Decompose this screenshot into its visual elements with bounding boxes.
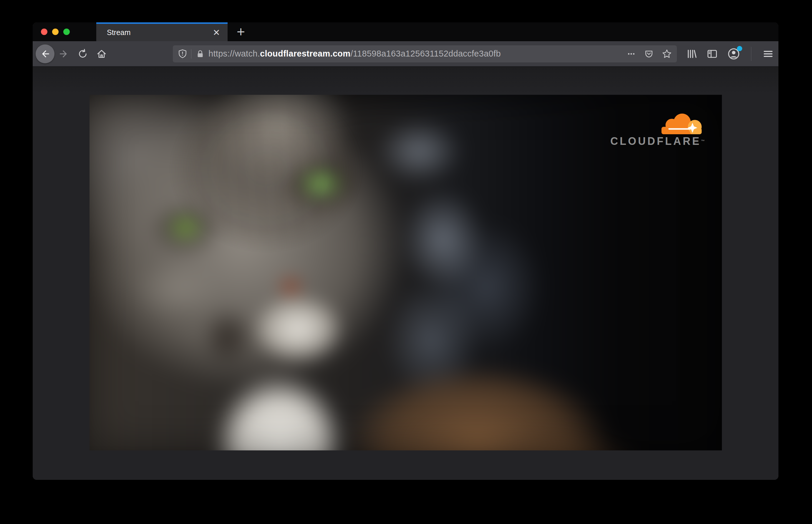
trademark-symbol: ™ <box>701 139 705 143</box>
tab-strip: Stream ✕ + <box>33 22 778 41</box>
account-button[interactable] <box>727 47 741 61</box>
traffic-lights <box>41 22 70 41</box>
back-button[interactable] <box>36 45 54 63</box>
url-domain: cloudflarestream.com <box>260 49 350 58</box>
tab-title: Stream <box>107 28 211 37</box>
zoom-window-button[interactable] <box>63 29 70 35</box>
url-scheme: https://watch. <box>209 49 260 58</box>
sidebar-toggle-icon[interactable] <box>706 48 718 60</box>
tab-close-icon[interactable]: ✕ <box>211 27 222 38</box>
account-notification-dot <box>737 46 742 51</box>
cat-fur-stripes <box>90 95 722 451</box>
bookmark-star-icon[interactable] <box>662 49 672 59</box>
cloudflare-wordmark: CLOUDFLARE™ <box>610 136 705 147</box>
new-tab-button[interactable]: + <box>230 22 251 41</box>
page-content: CLOUDFLARE™ <box>33 67 778 480</box>
url-path: /118598a163a125631152ddaccfe3a0fb <box>350 49 501 58</box>
urlbar-actions <box>626 49 672 59</box>
reload-button[interactable] <box>73 45 92 63</box>
library-icon[interactable] <box>686 48 697 60</box>
pocket-icon[interactable] <box>644 49 654 59</box>
minimize-window-button[interactable] <box>52 29 59 35</box>
reload-icon <box>78 49 88 59</box>
home-button[interactable] <box>92 45 111 63</box>
urlbar-divider <box>191 49 191 59</box>
cloudflare-cloud-icon <box>658 112 705 135</box>
close-window-button[interactable] <box>41 29 47 35</box>
forward-button[interactable] <box>54 45 73 63</box>
menu-hamburger-icon[interactable] <box>762 48 774 60</box>
cloudflare-logo: CLOUDFLARE™ <box>610 112 705 147</box>
tab-stream[interactable]: Stream ✕ <box>96 22 228 41</box>
url-text: https://watch.cloudflarestream.com/11859… <box>209 49 621 59</box>
home-icon <box>96 48 107 60</box>
lock-icon[interactable] <box>195 49 205 59</box>
url-bar[interactable]: https://watch.cloudflarestream.com/11859… <box>173 45 677 62</box>
tracking-protection-shield-icon[interactable] <box>178 49 188 59</box>
back-arrow-icon <box>40 49 50 59</box>
page-actions-icon[interactable] <box>626 49 636 59</box>
toolbar-right-icons <box>686 47 774 61</box>
browser-window: Stream ✕ + <box>33 22 778 480</box>
video-frame-cat <box>90 95 722 451</box>
video-player[interactable]: CLOUDFLARE™ <box>90 95 722 451</box>
toolbar-separator <box>751 47 751 61</box>
nav-toolbar: https://watch.cloudflarestream.com/11859… <box>33 41 778 67</box>
forward-arrow-icon <box>59 49 69 59</box>
